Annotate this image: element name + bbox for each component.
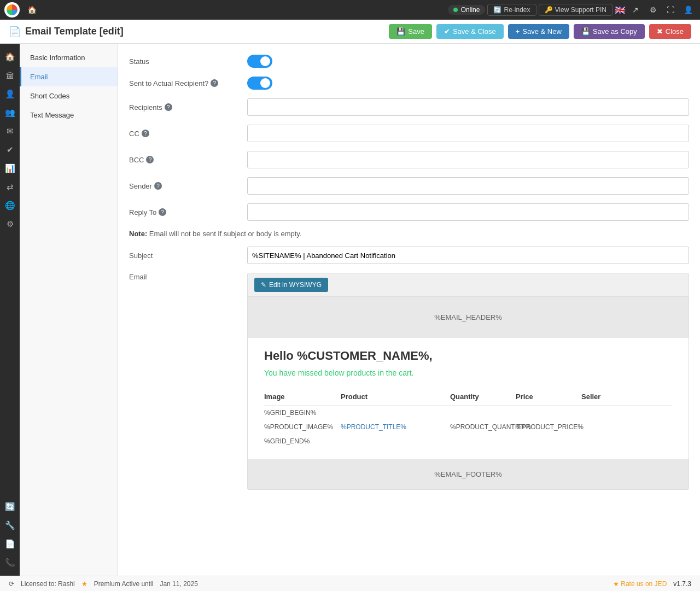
version-label: v1.7.3 [673,580,691,588]
cc-input[interactable] [247,125,689,142]
bcc-input[interactable] [247,151,689,168]
reply-to-row: Reply To ? [129,203,689,221]
recipients-label: Recipients ? [129,103,238,112]
grid-end-code: %GRID_END% [264,434,672,448]
status-toggle[interactable] [247,55,272,68]
sidebar-doc-icon[interactable]: 📄 [1,535,19,553]
external-link-icon[interactable]: ↗ [628,2,643,17]
bcc-row: BCC ? [129,151,689,168]
email-body-section: Hello %CUSTOMER_NAME%, You have missed b… [248,338,689,459]
nav-item-basic[interactable]: Basic Information [20,48,118,67]
note-box: Note: Email will not be sent if subject … [129,230,689,238]
cc-help-icon[interactable]: ? [142,130,149,137]
reply-to-label: Reply To ? [129,208,238,216]
email-label: Email [129,273,238,281]
nav-item-email[interactable]: Email [20,67,118,86]
sender-row: Sender ? [129,177,689,195]
close-icon: ✖ [657,27,663,36]
sidebar-chart-icon[interactable]: 📊 [1,160,19,177]
close-button[interactable]: ✖ Close [649,24,691,39]
reply-to-help-icon[interactable]: ? [159,208,166,216]
view-support-button[interactable]: 🔑 View Support PIN [539,4,613,16]
sidebar-building-icon[interactable]: 🏛 [1,67,19,84]
product-image-code: %PRODUCT_IMAGE% [264,423,330,431]
top-navigation: 🏠 Online 🔄 Re-index 🔑 View Support PIN 🇬… [0,0,700,20]
checkmark-icon: ✔ [444,27,450,36]
email-table-header: Image Product Quantity Price Seller [264,388,672,406]
status-bar: ⟳ Licensed to: Rashi ★ Premium Active un… [0,576,700,591]
status-row: Status [129,55,689,68]
subject-row: Subject [129,247,689,264]
sidebar-users-icon[interactable]: 👥 [1,104,19,121]
email-row: Email ✎ Edit in WYSIWYG %EMAIL_HEADER% H… [129,273,689,490]
page-header: 📄 Email Template [edit] 💾 Save ✔ Save & … [0,20,700,44]
col-header-price: Price [516,393,570,401]
sent-recipient-toggle[interactable] [247,77,272,90]
email-table-row: %PRODUCT_IMAGE% %PRODUCT_TITLE% %PRODUCT… [264,420,672,434]
user-icon[interactable]: 👤 [680,2,696,17]
spinner-icon: ⟳ [9,580,14,588]
reply-to-input[interactable] [247,203,689,221]
recipients-help-icon[interactable]: ? [165,103,172,111]
main-layout: 🏠 🏛 👤 👥 ✉ ✔ 📊 ⇄ 🌐 ⚙ 🔄 🔧 📄 📞 Basic Inform… [0,44,700,576]
sidebar-dashboard-icon[interactable]: 🏠 [1,48,19,66]
sidebar-check-icon[interactable]: ✔ [1,141,19,159]
page-title: 📄 Email Template [edit] [9,26,384,38]
col-header-image: Image [264,393,330,401]
copy-icon: 💾 [581,27,590,36]
home-icon[interactable]: 🏠 [24,2,39,17]
status-label: Status [129,57,238,66]
sidebar-refresh-icon[interactable]: 🔄 [1,498,19,516]
product-price-code: %PRODUCT_PRICE% [516,423,570,431]
nav-item-shortcodes[interactable]: Short Codes [20,86,118,106]
bcc-help-icon[interactable]: ? [146,156,154,163]
save-close-button[interactable]: ✔ Save & Close [436,24,504,39]
main-content: Status Sent to Actual Recipient? ? Recip… [118,44,700,576]
recipients-input[interactable] [247,98,689,116]
sender-label: Sender ? [129,182,238,190]
fullscreen-icon[interactable]: ⛶ [663,2,678,17]
sender-input[interactable] [247,177,689,195]
col-header-quantity: Quantity [450,393,505,401]
settings-icon[interactable]: ⚙ [645,2,661,17]
edit-wysiwyg-button[interactable]: ✎ Edit in WYSIWYG [254,278,328,292]
reindex-button[interactable]: 🔄 Re-index [487,4,536,16]
product-title-code[interactable]: %PRODUCT_TITLE% [341,423,439,431]
sidebar-phone-icon[interactable]: 📞 [1,554,19,571]
col-header-seller: Seller [581,393,625,401]
save-copy-button[interactable]: 💾 Save as Copy [574,24,645,39]
star-icon: ★ [81,580,88,588]
sent-recipient-row: Sent to Actual Recipient? ? [129,77,689,90]
email-preview: ✎ Edit in WYSIWYG %EMAIL_HEADER% Hello %… [247,273,689,490]
recipients-row: Recipients ? [129,98,689,116]
edit-icon: ✎ [261,281,266,289]
sent-recipient-help-icon[interactable]: ? [211,79,218,87]
cc-row: CC ? [129,125,689,142]
sidebar-gear-icon[interactable]: ⚙ [1,215,19,233]
grid-begin-code: %GRID_BEGIN% [264,406,672,420]
status-dot [453,8,458,12]
save-button[interactable]: 💾 Save [389,24,432,39]
sidebar-mail-icon[interactable]: ✉ [1,122,19,140]
save-new-button[interactable]: + Save & New [508,24,569,39]
sidebar-globe-icon[interactable]: 🌐 [1,197,19,214]
rate-us-link[interactable]: ★ Rate us on JED [613,580,667,588]
sidebar-arrows-icon[interactable]: ⇄ [1,178,19,196]
product-qty-code: %PRODUCT_QUANTITY% [450,423,505,431]
icon-sidebar: 🏠 🏛 👤 👥 ✉ ✔ 📊 ⇄ 🌐 ⚙ 🔄 🔧 📄 📞 [0,44,20,576]
subject-input[interactable] [247,247,689,264]
language-flag[interactable]: 🇬🇧 [615,5,626,15]
sidebar-user-icon[interactable]: 👤 [1,85,19,103]
plus-icon: + [516,27,520,36]
sidebar-wrench-icon[interactable]: 🔧 [1,517,19,534]
email-footer-section: %EMAIL_FOOTER% [248,459,689,489]
page-title-icon: 📄 [9,26,21,38]
sender-help-icon[interactable]: ? [154,182,162,190]
email-preview-header: ✎ Edit in WYSIWYG [248,273,689,297]
subject-label: Subject [129,251,238,260]
app-logo[interactable] [4,2,20,17]
email-greeting: Hello %CUSTOMER_NAME%, [264,349,672,363]
nav-item-textmessage[interactable]: Text Message [20,106,118,125]
email-subtext: You have missed below products in the ca… [264,368,672,377]
sent-recipient-label: Sent to Actual Recipient? ? [129,79,238,87]
